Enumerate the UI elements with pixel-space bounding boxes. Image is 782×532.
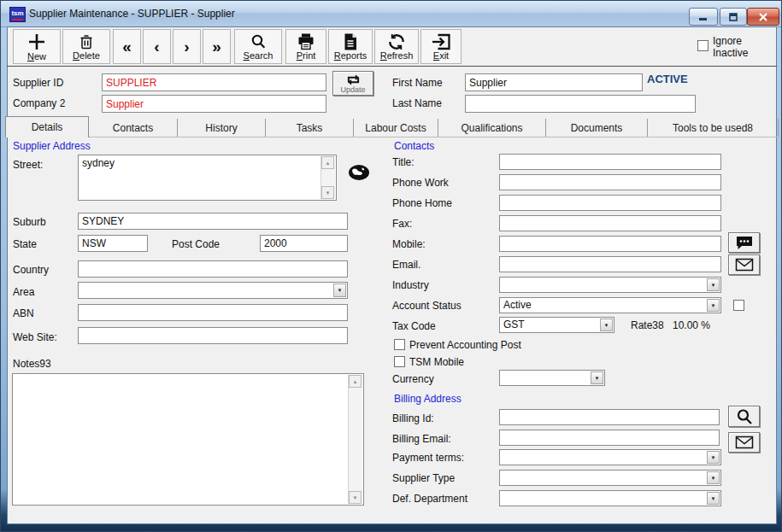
street-scrollbar[interactable]: ▲ ▼ xyxy=(320,156,335,199)
web-site-input[interactable] xyxy=(78,327,348,344)
envelope-icon xyxy=(735,258,754,272)
tsm-app-icon: tsm xyxy=(9,7,26,22)
account-status-checkbox[interactable] xyxy=(733,300,744,311)
payment-terms-dropdown-arrow-icon[interactable]: ▼ xyxy=(707,451,720,464)
exit-button[interactable]: Exit xyxy=(420,29,462,64)
supplier-type-label: Supplier Type xyxy=(392,472,455,484)
area-dropdown-arrow-icon[interactable]: ▼ xyxy=(333,284,346,297)
update-repeat-icon xyxy=(345,73,362,86)
sms-button[interactable] xyxy=(728,232,760,253)
prevent-accounting-post-checkbox[interactable] xyxy=(394,339,405,350)
nav-first-button[interactable]: « xyxy=(113,29,141,64)
tab-tasks[interactable]: Tasks xyxy=(266,119,354,137)
nav-next-button[interactable]: › xyxy=(173,29,201,64)
state-input[interactable] xyxy=(78,235,148,252)
update-button-label: Update xyxy=(340,86,365,94)
refresh-button[interactable]: Refresh xyxy=(374,29,419,64)
supplier-type-dropdown-arrow-icon[interactable]: ▼ xyxy=(707,471,720,484)
mobile-label: Mobile: xyxy=(392,238,426,250)
fax-input[interactable] xyxy=(499,215,721,231)
close-button[interactable] xyxy=(747,8,779,26)
account-status-dropdown-arrow-icon[interactable]: ▼ xyxy=(707,299,720,312)
email-send-button[interactable] xyxy=(728,254,760,275)
refresh-icon xyxy=(387,33,406,50)
mobile-input[interactable] xyxy=(499,236,721,252)
account-status-label: Account Status xyxy=(392,300,462,312)
notes-scrollbar[interactable]: ▲ ▼ xyxy=(348,375,362,504)
billing-email-send-button[interactable] xyxy=(728,432,760,453)
tab-tasks-label: Tasks xyxy=(297,122,323,134)
billing-id-search-button[interactable] xyxy=(728,406,760,427)
billing-envelope-icon xyxy=(735,436,754,449)
printer-icon xyxy=(297,33,315,50)
notes-textarea[interactable]: ▲ ▼ xyxy=(12,373,364,506)
country-label: Country xyxy=(13,264,49,276)
tab-history[interactable]: History xyxy=(178,119,266,137)
street-scroll-down-icon[interactable]: ▼ xyxy=(321,186,334,199)
globe-icon xyxy=(348,164,370,181)
def-department-dropdown[interactable]: ▼ xyxy=(499,490,721,506)
street-scroll-up-icon[interactable]: ▲ xyxy=(321,156,334,169)
tax-code-label: Tax Code xyxy=(392,320,436,332)
billing-address-heading: Billing Address xyxy=(394,393,462,405)
new-button[interactable]: New xyxy=(13,29,61,64)
nav-previous-button[interactable]: ‹ xyxy=(143,29,171,64)
tsm-mobile-checkbox[interactable] xyxy=(394,356,405,367)
supplier-id-input[interactable] xyxy=(102,73,326,91)
area-dropdown[interactable]: ▼ xyxy=(78,282,348,299)
delete-button[interactable]: Delete xyxy=(62,29,110,64)
globe-button[interactable] xyxy=(348,164,370,184)
tax-code-dropdown[interactable]: GST ▼ xyxy=(499,317,614,333)
tab-details[interactable]: Details xyxy=(5,116,89,137)
company2-input[interactable] xyxy=(102,95,326,113)
double-left-arrow-icon: « xyxy=(122,38,132,56)
prevent-accounting-post-label: Prevent Accounting Post xyxy=(409,339,521,351)
reports-button[interactable]: Reports xyxy=(328,29,373,64)
title-input[interactable] xyxy=(499,154,721,170)
supplier-type-dropdown[interactable]: ▼ xyxy=(499,470,721,486)
magnifier-icon xyxy=(736,408,753,425)
minimize-button[interactable] xyxy=(689,8,718,26)
state-label: State xyxy=(13,238,37,250)
tab-labour-costs[interactable]: Labour Costs xyxy=(354,119,438,137)
phone-work-input[interactable] xyxy=(499,174,721,190)
last-name-input[interactable] xyxy=(465,95,696,113)
app-icon-text: tsm xyxy=(11,9,23,17)
abn-input[interactable] xyxy=(78,304,348,321)
update-button[interactable]: Update xyxy=(332,71,373,96)
tax-code-dropdown-arrow-icon[interactable]: ▼ xyxy=(600,319,613,331)
ignore-inactive-checkbox[interactable] xyxy=(697,40,709,51)
tab-qualifications[interactable]: Qualifications xyxy=(438,119,546,137)
search-icon xyxy=(250,33,267,50)
industry-dropdown-arrow-icon[interactable]: ▼ xyxy=(707,278,720,291)
restore-button[interactable] xyxy=(720,8,747,26)
nav-last-button[interactable]: » xyxy=(203,29,231,64)
tab-documents[interactable]: Documents xyxy=(546,119,648,137)
post-code-input[interactable] xyxy=(260,235,348,252)
payment-terms-dropdown[interactable]: ▼ xyxy=(499,449,721,465)
notes-scroll-up-icon[interactable]: ▲ xyxy=(349,375,362,388)
billing-email-label: Billing Email: xyxy=(392,433,451,445)
tab-tools-to-be-used[interactable]: Tools to be used8 xyxy=(648,119,779,137)
billing-email-input[interactable] xyxy=(499,430,720,446)
industry-label: Industry xyxy=(392,279,429,291)
search-button[interactable]: Search xyxy=(234,29,282,64)
phone-home-input[interactable] xyxy=(499,195,721,211)
refresh-button-label: Refresh xyxy=(380,50,414,61)
account-status-dropdown[interactable]: Active ▼ xyxy=(499,297,721,313)
industry-dropdown[interactable]: ▼ xyxy=(499,277,721,293)
notes-scroll-down-icon[interactable]: ▼ xyxy=(349,491,362,504)
street-textarea[interactable]: sydney ▲ ▼ xyxy=(78,155,337,201)
billing-id-input[interactable] xyxy=(499,409,720,425)
email-input[interactable] xyxy=(499,256,721,272)
suburb-input[interactable] xyxy=(78,213,348,230)
print-button[interactable]: Print xyxy=(285,29,326,64)
country-input[interactable] xyxy=(78,260,348,278)
first-name-input[interactable] xyxy=(465,73,643,91)
payment-terms-label: Payment terms: xyxy=(392,452,464,464)
def-department-dropdown-arrow-icon[interactable]: ▼ xyxy=(707,492,720,505)
tab-contacts[interactable]: Contacts xyxy=(89,119,178,137)
print-button-label: Print xyxy=(297,50,316,61)
currency-dropdown-arrow-icon[interactable]: ▼ xyxy=(591,371,603,384)
currency-dropdown[interactable]: ▼ xyxy=(499,370,605,386)
